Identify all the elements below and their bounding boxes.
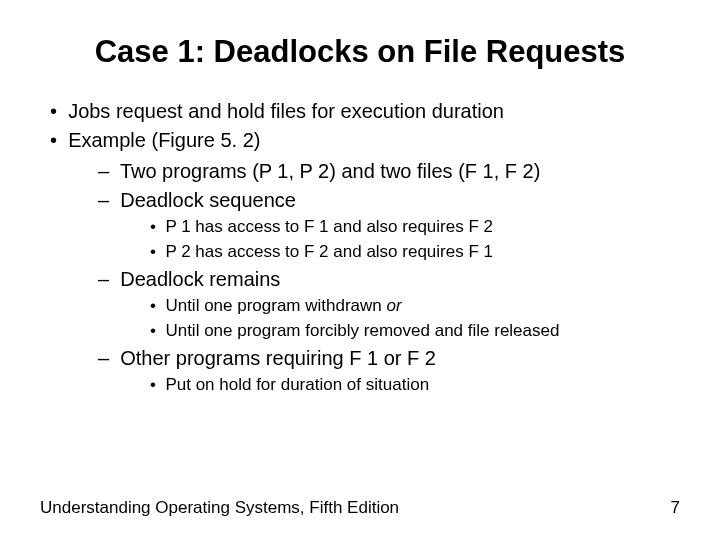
bullet-list-level1: Jobs request and hold files for executio… (40, 98, 680, 397)
slide-footer: Understanding Operating Systems, Fifth E… (40, 498, 680, 518)
bullet-l2: Deadlock sequence P 1 has access to F 1 … (98, 187, 680, 264)
bullet-text: Other programs requiring F 1 or F 2 (120, 347, 436, 369)
bullet-l2: Other programs requiring F 1 or F 2 Put … (98, 345, 680, 397)
bullet-l1: Example (Figure 5. 2) Two programs (P 1,… (40, 127, 680, 397)
slide-content: Jobs request and hold files for executio… (40, 98, 680, 397)
italic-text: or (387, 296, 402, 315)
bullet-l3: Until one program withdrawn or (150, 295, 680, 318)
bullet-l3: Until one program forcibly removed and f… (150, 320, 680, 343)
bullet-text: Deadlock sequence (120, 189, 296, 211)
bullet-text: Until one program withdrawn (165, 296, 386, 315)
bullet-l1: Jobs request and hold files for executio… (40, 98, 680, 125)
bullet-l3: Put on hold for duration of situation (150, 374, 680, 397)
bullet-list-level2: Two programs (P 1, P 2) and two files (F… (68, 158, 680, 397)
bullet-list-level3: Until one program withdrawn or Until one… (120, 295, 680, 343)
bullet-list-level3: P 1 has access to F 1 and also requires … (120, 216, 680, 264)
slide-title: Case 1: Deadlocks on File Requests (40, 34, 680, 70)
bullet-list-level3: Put on hold for duration of situation (120, 374, 680, 397)
bullet-text: Deadlock remains (120, 268, 280, 290)
page-number: 7 (671, 498, 680, 518)
bullet-l3: P 2 has access to F 2 and also requires … (150, 241, 680, 264)
bullet-text: Example (Figure 5. 2) (68, 129, 260, 151)
bullet-l3: P 1 has access to F 1 and also requires … (150, 216, 680, 239)
footer-text: Understanding Operating Systems, Fifth E… (40, 498, 399, 518)
bullet-l2: Two programs (P 1, P 2) and two files (F… (98, 158, 680, 185)
slide: Case 1: Deadlocks on File Requests Jobs … (0, 0, 720, 540)
bullet-l2: Deadlock remains Until one program withd… (98, 266, 680, 343)
